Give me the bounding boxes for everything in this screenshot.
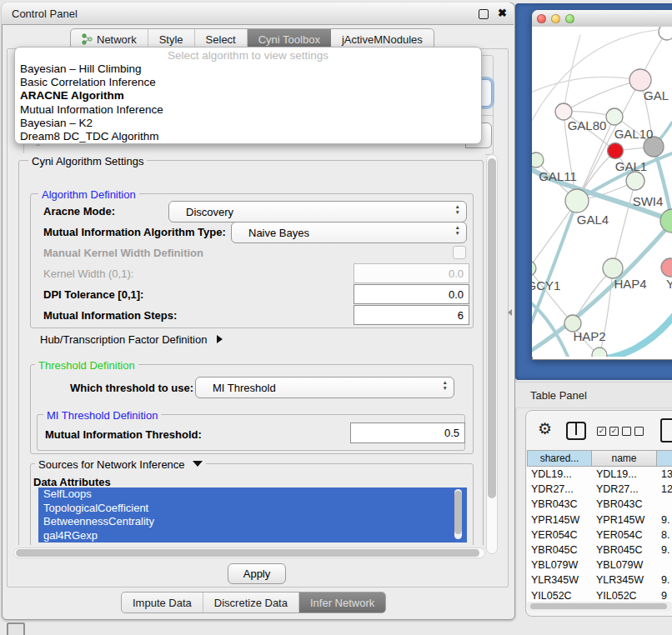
network-node-hap4[interactable] <box>603 258 623 278</box>
data-attributes-list[interactable]: SelfLoopsTopologicalCoefficientBetweenne… <box>38 488 467 542</box>
network-canvas[interactable]: GALGAL80GAL10GAL1GAL11GAL4SWI4GCY1HAP4YH… <box>532 27 672 357</box>
document-icon[interactable] <box>660 418 672 442</box>
bottom-tab-impute-data[interactable]: Impute Data <box>122 592 203 612</box>
algorithm-option-bayesian-k2[interactable]: Bayesian – K2 <box>15 117 481 130</box>
network-edge[interactable] <box>564 35 580 112</box>
control-panel-title: Control Panel <box>12 8 78 20</box>
network-node-label: GAL80 <box>568 118 607 132</box>
column-header-extra[interactable] <box>657 450 672 467</box>
mi-type-combo[interactable]: Naive Bayes ▲▼ <box>231 222 467 243</box>
sources-toggle[interactable]: Sources for Network Inference <box>35 458 206 471</box>
bottom-tab-infer-network[interactable]: Infer Network <box>299 592 385 612</box>
unselect-all-columns-icon[interactable] <box>622 427 644 436</box>
mi-type-value: Naive Bayes <box>248 227 309 239</box>
table-cell: YBR045C <box>592 542 657 558</box>
table-row[interactable]: YDR27...YDR27...12 <box>527 482 672 497</box>
attribute-item-betweennesscentrality[interactable]: BetweennessCentrality <box>38 515 467 529</box>
which-threshold-combo[interactable]: MI Threshold ▲▼ <box>195 377 454 398</box>
table-cell: YBR043C <box>527 497 592 512</box>
network-node-gal4[interactable] <box>565 189 589 212</box>
settings-horizontal-scrollbar-thumb[interactable] <box>16 549 479 557</box>
algorithm-option-aracne-algorithm[interactable]: ARACNE Algorithm <box>15 89 481 102</box>
table-row[interactable]: YPR145WYPR145W9. <box>527 512 672 528</box>
network-node-y[interactable] <box>661 258 672 277</box>
node-table: shared...name YDL19...YDL19...13YDR27...… <box>527 450 672 602</box>
algorithm-option-dream8-dc-tdc-algorithm[interactable]: Dream8 DC_TDC Algorithm <box>15 130 481 143</box>
apply-button[interactable]: Apply <box>228 563 286 584</box>
table-cell: YLR345W <box>527 572 592 588</box>
network-node-gal10[interactable] <box>606 108 623 125</box>
mi-steps-label: Mutual Information Steps: <box>43 309 177 322</box>
network-edge[interactable] <box>532 77 640 93</box>
minimize-traffic-light-icon[interactable] <box>551 14 560 23</box>
unchecked-box-icon <box>622 427 631 436</box>
network-node-gal11[interactable] <box>532 152 544 168</box>
dpi-tolerance-field[interactable]: 0.0 <box>354 284 469 304</box>
tab-label: Impute Data <box>133 597 192 609</box>
network-node-gcy1[interactable] <box>532 261 536 276</box>
select-all-columns-icon[interactable]: ✓ ✓ <box>597 427 619 436</box>
table-horizontal-scrollbar-thumb[interactable] <box>530 603 667 609</box>
network-edge[interactable] <box>532 201 577 333</box>
table-cell: YER054C <box>527 528 592 542</box>
table-cell: 9. <box>657 542 672 558</box>
settings-vertical-scrollbar-thumb[interactable] <box>488 158 496 498</box>
hub-definition-toggle[interactable]: Hub/Transcription Factor Definition <box>40 333 223 346</box>
table-row[interactable]: YBR045CYBR045C9. <box>527 542 672 558</box>
mi-threshold-label: Mutual Information Threshold: <box>45 428 202 441</box>
columns-icon[interactable] <box>566 422 586 440</box>
network-node-swi4[interactable] <box>660 209 672 232</box>
network-node[interactable] <box>608 143 624 159</box>
panel-divider-handle[interactable] <box>508 309 512 316</box>
network-node-label: SWI4 <box>633 194 664 208</box>
algorithm-option-basic-correlation-inference[interactable]: Basic Correlation Inference <box>15 76 481 89</box>
chevron-down-icon <box>193 461 203 467</box>
gear-icon[interactable]: ⚙ <box>538 419 552 438</box>
close-traffic-light-icon[interactable] <box>537 14 546 23</box>
table-row[interactable]: YBL079WYBL079W <box>527 558 672 572</box>
algorithm-dropdown-popup: Select algorithm to view settings Bayesi… <box>14 47 482 144</box>
algorithm-option-bayesian-hill-climbing[interactable]: Bayesian – Hill Climbing <box>15 62 481 76</box>
float-window-icon[interactable] <box>479 9 489 19</box>
table-cell: YBL079W <box>527 558 592 572</box>
network-canvas-wrap: GALGAL80GAL10GAL1GAL11GAL4SWI4GCY1HAP4YH… <box>532 27 672 357</box>
network-node[interactable] <box>659 27 672 40</box>
zoom-traffic-light-icon[interactable] <box>565 14 574 23</box>
table-cell: 9. <box>657 512 672 528</box>
network-edge[interactable] <box>564 80 640 112</box>
attribute-item-gal4rgexp[interactable]: gal4RGexp <box>38 529 467 543</box>
restore-panel-icon[interactable] <box>7 622 25 635</box>
table-cell: YDR27... <box>592 482 657 497</box>
column-header-name[interactable]: name <box>592 450 657 467</box>
table-row[interactable]: YBR043CYBR043C <box>527 497 672 512</box>
table-row[interactable]: YIL052CYIL052C9 <box>527 588 672 602</box>
attribute-item-selfloops[interactable]: SelfLoops <box>38 488 467 502</box>
table-row[interactable]: YLR345WYLR345W9. <box>527 572 672 588</box>
table-body: YDL19...YDL19...13YDR27...YDR27...12YBR0… <box>527 467 672 602</box>
table-cell: YPR145W <box>527 512 592 528</box>
bottom-tab-discretize-data[interactable]: Discretize Data <box>203 592 299 612</box>
algorithm-option-mutual-information-inference[interactable]: Mutual Information Inference <box>15 103 481 117</box>
aracne-mode-label: Aracne Mode: <box>43 205 115 218</box>
network-window-titlebar[interactable] <box>532 10 672 28</box>
column-header-shared...[interactable]: shared... <box>527 450 592 467</box>
cyni-settings-viewport: Cyni Algorithm Settings Algorithm Defini… <box>12 153 485 545</box>
network-node-gal80[interactable] <box>555 103 572 120</box>
attribute-item-topologicalcoefficient[interactable]: TopologicalCoefficient <box>38 502 467 516</box>
table-row[interactable]: YDL19...YDL19...13 <box>527 467 672 482</box>
attributes-list-scrollbar[interactable] <box>454 489 462 539</box>
table-header-row: shared...name <box>527 450 672 467</box>
network-edge[interactable] <box>532 268 573 323</box>
manual-kernel-label: Manual Kernel Width Definition <box>43 247 203 259</box>
network-node-label: GAL4 <box>577 212 609 227</box>
table-row[interactable]: YER054CYER054C8. <box>527 528 672 542</box>
close-icon[interactable]: ✖ <box>498 7 507 19</box>
mi-threshold-field[interactable]: 0.5 <box>350 422 465 443</box>
aracne-mode-combo[interactable]: Discovery ▲▼ <box>168 201 467 222</box>
kernel-width-field[interactable]: 0.0 <box>354 263 469 283</box>
network-node-gal1[interactable] <box>626 172 644 190</box>
mi-steps-field[interactable]: 6 <box>354 305 469 325</box>
table-cell: 9 <box>657 588 672 602</box>
network-node[interactable] <box>592 348 607 357</box>
manual-kernel-checkbox[interactable] <box>453 246 466 259</box>
